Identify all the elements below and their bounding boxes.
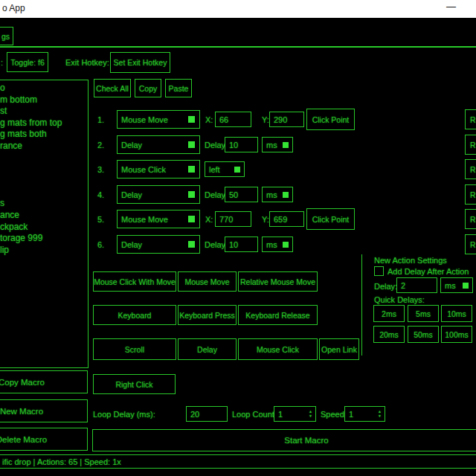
delay-label: Delay [205,141,225,149]
macro-list-item[interactable]: o [0,83,88,94]
dropdown-indicator-icon [234,167,240,173]
delay-input[interactable]: 50 [225,187,258,202]
check-all-button[interactable]: Check All [94,79,131,97]
click-point-button[interactable]: Click Point [306,109,355,130]
y-input[interactable]: 290 [269,112,304,127]
x-input[interactable]: 66 [215,112,251,127]
add-open-link-button[interactable]: Open Link [319,338,359,360]
spinner-arrows[interactable]: ▲ ▼ [309,408,312,420]
button-label: Mouse Click [257,345,299,354]
remove-action-button[interactable]: R [465,159,476,179]
remove-action-button[interactable]: R [465,184,476,205]
add-relative-mouse-move-button[interactable]: Relative Mouse Move [238,271,318,292]
minimize-icon[interactable]: — [446,1,456,12]
button-label: Delete Macro [0,435,47,444]
speed-stepper[interactable]: 1 ▲ ▼ [344,406,385,422]
add-mouse-click-with-move-button[interactable]: Mouse Click With Move [93,271,176,292]
macro-list-item[interactable] [0,175,88,187]
add-keyboard-press-button[interactable]: Keyboard Press [178,305,237,325]
delay-unit-dropdown[interactable]: ms [262,187,293,202]
new-action-delay-input[interactable]: 2 [396,277,437,293]
action-type-dropdown[interactable]: Delay [117,135,200,154]
add-mouse-move-button[interactable]: Mouse Move [178,271,237,292]
delay-input[interactable]: 10 [225,137,258,152]
quick-delay-50ms-button[interactable]: 50ms [408,326,439,343]
remove-action-button[interactable]: R [465,209,476,229]
exit-hotkey-label: Exit Hotkey: [65,58,109,67]
action-type-dropdown[interactable]: Mouse Move [117,110,200,129]
loop-delay-label: Loop Delay (ms): [93,410,155,419]
remove-action-button[interactable]: R [465,234,476,254]
y-value: 659 [274,215,287,224]
add-delay-button[interactable]: Delay [178,338,237,360]
add-keyboard-button[interactable]: Keyboard [93,305,176,325]
quick-delay-20ms-button[interactable]: 20ms [373,326,405,343]
add-mouse-click-button[interactable]: Mouse Click [238,338,318,360]
macro-list-item[interactable]: st [0,106,88,118]
add-delay-after-action-checkbox[interactable] [374,266,384,276]
action-type-value: Delay [121,240,142,249]
speed-label: Speed: [321,410,347,419]
y-input[interactable]: 659 [269,211,304,227]
click-point-button[interactable]: Click Point [306,208,355,230]
delay-unit-dropdown[interactable]: ms [262,137,293,152]
macro-list-item[interactable]: ckpack [0,222,88,234]
macro-list-item[interactable]: g mats both [0,129,88,141]
spinner-arrows[interactable]: ▲ ▼ [378,408,382,420]
button-label: Keyboard Release [245,311,309,320]
dropdown-indicator-icon [188,166,195,173]
new-action-delay-unit-dropdown[interactable]: ms [440,277,473,293]
macro-list[interactable]: o m bottom st g mats from top g mats bot… [0,80,89,368]
loop-count-stepper[interactable]: 1 ▲ ▼ [274,406,316,422]
mouse-button-value: left [209,165,220,174]
paste-button[interactable]: Paste [165,79,192,97]
quick-delay-10ms-button[interactable]: 10ms [441,305,472,322]
copy-macro-button[interactable]: Copy Macro [0,370,88,393]
loop-delay-input[interactable]: 20 [186,406,228,422]
spin-down-icon[interactable]: ▼ [378,414,382,418]
new-macro-button[interactable]: New Macro [0,399,88,422]
quick-delay-100ms-button[interactable]: 100ms [441,326,472,343]
action-type-value: Delay [121,190,142,199]
action-type-dropdown[interactable]: Delay [117,235,200,254]
action-type-value: Delay [121,141,142,149]
start-macro-button[interactable]: Start Macro [92,429,476,451]
delete-macro-button[interactable]: Delete Macro [0,428,88,451]
button-label: Right Click [115,380,152,389]
spin-down-icon[interactable]: ▼ [309,414,312,418]
remove-action-button[interactable]: R [465,109,476,129]
add-scroll-button[interactable]: Scroll [93,338,176,360]
x-input[interactable]: 770 [215,211,251,227]
action-type-dropdown[interactable]: Delay [117,185,200,204]
set-exit-hotkey-button[interactable]: Set Exit Hotkey [110,52,170,73]
macro-list-item[interactable]: g mats from top [0,118,88,129]
add-keyboard-release-button[interactable]: Keyboard Release [238,305,318,325]
action-number: 2. [97,141,104,149]
action-type-dropdown[interactable]: Mouse Move [117,210,200,228]
quick-delay-2ms-button[interactable]: 2ms [373,305,405,322]
copy-button[interactable]: Copy [135,79,161,97]
macro-list-item[interactable] [0,164,88,176]
mouse-button-dropdown[interactable]: left [205,161,245,177]
delay-unit-dropdown[interactable]: ms [262,237,293,252]
button-label: Mouse Move [184,277,229,286]
settings-button[interactable]: gs [0,27,13,45]
action-number: 6. [97,240,104,249]
action-type-dropdown[interactable]: Mouse Click [117,160,200,178]
add-right-click-button[interactable]: Right Click [93,374,176,394]
button-label: Relative Mouse Move [240,277,315,286]
quick-delay-5ms-button[interactable]: 5ms [408,305,439,322]
macro-list-item[interactable]: lip [0,245,88,257]
delay-value: 50 [229,190,238,199]
delay-input[interactable]: 10 [225,237,258,252]
new-action-delay-value: 2 [401,281,405,290]
macro-list-item[interactable]: s [0,198,88,210]
macro-list-item[interactable]: rance [0,141,88,152]
macro-list-item[interactable]: ance [0,210,88,222]
toggle-hotkey-button[interactable]: Toggle: f6 [7,52,48,72]
macro-list-item[interactable] [0,152,88,164]
macro-list-item[interactable]: torage 999 [0,233,88,245]
remove-action-button[interactable]: R [465,135,476,155]
macro-list-item[interactable]: m bottom [0,94,88,106]
macro-list-item[interactable] [0,187,88,199]
